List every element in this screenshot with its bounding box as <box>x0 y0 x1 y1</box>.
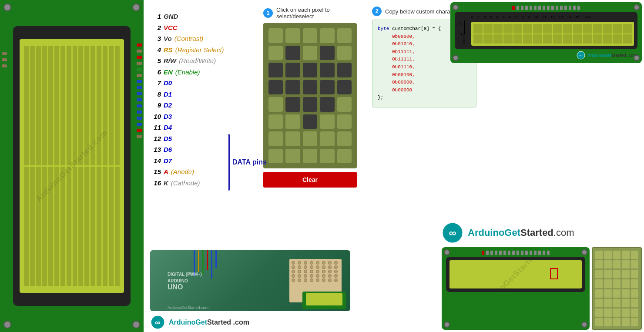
pixel-cell[interactable] <box>337 131 352 146</box>
pixel-cell[interactable] <box>303 97 317 112</box>
pixel-cell[interactable] <box>285 63 300 77</box>
pixel-cell[interactable] <box>320 114 334 129</box>
pixel-cell[interactable] <box>285 131 300 146</box>
lcd-cell <box>67 167 71 286</box>
top-right-lcd-cell <box>543 34 552 44</box>
pixel-cell[interactable] <box>285 97 300 112</box>
pixel-cell[interactable] <box>303 63 317 77</box>
pixel-cell[interactable] <box>285 80 300 95</box>
pixel-cell[interactable] <box>268 63 283 77</box>
preview-cell <box>622 270 629 278</box>
wire-red <box>207 250 208 270</box>
col-9: 9 <box>528 15 530 19</box>
lcd-cell <box>84 167 89 286</box>
preview-cell <box>595 270 603 278</box>
pin-row: 10D3 <box>150 111 255 122</box>
pixel-grid[interactable] <box>268 28 352 163</box>
pixel-cell[interactable] <box>320 46 334 60</box>
top-right-lcd-cell <box>623 24 632 34</box>
pixel-cell[interactable] <box>268 149 283 164</box>
preview-cell <box>622 299 629 307</box>
pin-name: Vo <box>164 33 172 44</box>
pixel-cell[interactable] <box>285 46 300 60</box>
pixel-cell[interactable] <box>268 131 283 146</box>
brand-arduino-lg: Arduino <box>468 227 504 238</box>
pin-right <box>137 74 142 77</box>
pin-sub: (Enable) <box>175 67 200 78</box>
pixel-cell[interactable] <box>303 28 317 43</box>
pin-right-blue <box>137 104 142 107</box>
pixel-cell[interactable] <box>337 114 352 129</box>
pin-right-red <box>137 44 142 47</box>
pixel-cell[interactable] <box>320 28 334 43</box>
preview-cell <box>622 318 629 326</box>
bottom-right-brand: ∞ ArduinoGetStarted.com <box>442 222 642 244</box>
col-11: 11 <box>542 15 546 19</box>
pixel-cell[interactable] <box>320 131 334 146</box>
col-14: 14 <box>567 15 571 19</box>
pixel-cell[interactable] <box>320 97 334 112</box>
pin-name: D3 <box>164 111 172 122</box>
pixel-cell[interactable] <box>320 63 334 77</box>
pixel-cell[interactable] <box>285 114 300 129</box>
lcd-cell <box>36 167 41 286</box>
pixel-cell[interactable] <box>337 46 352 60</box>
pixel-cell[interactable] <box>285 149 300 164</box>
lcd-cell <box>73 167 77 286</box>
pin-top <box>534 251 537 255</box>
preview-cell <box>604 270 611 278</box>
preview-cell <box>631 289 638 298</box>
col-13: 13 <box>559 15 563 19</box>
clear-button[interactable]: Clear <box>263 172 357 188</box>
pixel-cell[interactable] <box>320 149 334 164</box>
pin-number: 16 <box>150 178 161 189</box>
pin-top <box>577 6 580 10</box>
wire-orange <box>198 250 199 272</box>
breadboard-hole <box>310 274 313 278</box>
pin-number: 13 <box>150 144 161 155</box>
preview-cell <box>631 260 638 268</box>
pixel-cell[interactable] <box>337 97 352 112</box>
top-right-lcd-cell <box>513 34 523 44</box>
preview-cell <box>595 251 603 259</box>
breadboard-hole <box>334 270 338 273</box>
preview-cell <box>613 299 621 307</box>
pin-top <box>564 6 567 10</box>
pixel-cell[interactable] <box>268 80 283 95</box>
pin-row: 6EN (Enable) <box>150 67 255 78</box>
pin-top <box>534 6 537 10</box>
lcd-cell <box>103 46 107 165</box>
pixel-cell[interactable] <box>285 28 300 43</box>
pixel-cell[interactable] <box>303 149 317 164</box>
breadboard-hole <box>292 270 295 273</box>
char-highlight-box <box>550 268 558 279</box>
pixel-cell[interactable] <box>268 46 283 60</box>
code-value: 0b00100, <box>392 72 415 77</box>
pixel-cell[interactable] <box>320 80 334 95</box>
pixel-cell[interactable] <box>268 97 283 112</box>
pixel-cell[interactable] <box>337 149 352 164</box>
pin-left <box>2 58 7 61</box>
pin-number: 7 <box>150 77 161 89</box>
pixel-cell[interactable] <box>303 131 317 146</box>
pixel-cell[interactable] <box>303 80 317 95</box>
pixel-cell[interactable] <box>337 63 352 77</box>
pixel-cell[interactable] <box>337 80 352 95</box>
pin-right <box>137 50 142 53</box>
brand-arduino: Arduino <box>587 53 604 58</box>
breadboard-hole <box>310 278 313 282</box>
pin-top <box>525 6 528 10</box>
pixel-cell[interactable] <box>303 114 317 129</box>
pixel-cell[interactable] <box>303 46 317 60</box>
pixel-cell[interactable] <box>268 28 283 43</box>
uno-text3: UNO <box>168 283 202 291</box>
step2-circle: 2 <box>372 7 382 16</box>
top-lcd-brand: ∞ ArduinoGetStarted .com <box>455 51 637 60</box>
pin-name: D2 <box>164 100 172 111</box>
lcd-cell <box>54 167 59 286</box>
pixel-cell[interactable] <box>268 114 283 129</box>
pixel-cell[interactable] <box>337 28 352 43</box>
pin-sub: (Cathode) <box>171 178 200 189</box>
col-3: 3 <box>490 15 492 19</box>
pin-top <box>517 6 519 10</box>
